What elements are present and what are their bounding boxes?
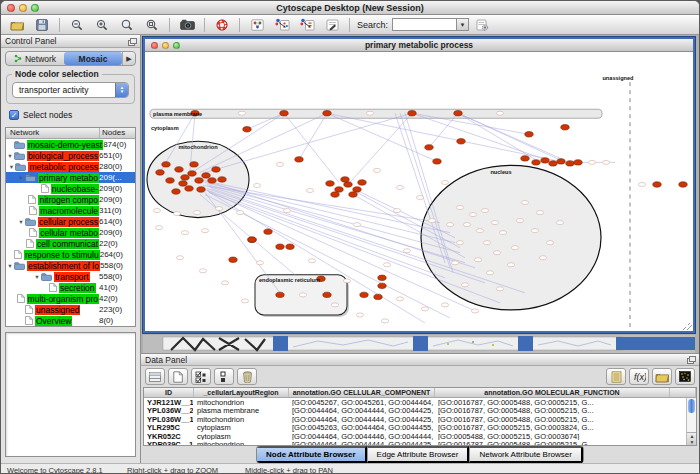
network-node-label[interactable]	[181, 231, 188, 235]
network-node-label[interactable]	[556, 221, 563, 225]
table-cell[interactable]: cytoplasm	[194, 423, 289, 432]
network-node-label[interactable]	[396, 185, 403, 189]
network-node-label[interactable]	[456, 241, 463, 245]
network-node-label[interactable]	[463, 223, 470, 227]
network-node-label[interactable]	[199, 269, 206, 273]
column-header[interactable]: annotation.GO MOLECULAR_FUNCTION	[435, 388, 670, 397]
table-cell[interactable]: [GO:0016787, GO:0005215, GO:0003824, G..…	[435, 423, 670, 432]
scrollbar-thumb[interactable]	[688, 399, 695, 413]
zoom-window-button[interactable]	[31, 4, 39, 12]
annotation-button[interactable]	[320, 16, 344, 34]
zoom-fit-button[interactable]	[115, 16, 139, 34]
birds-eye-view[interactable]	[5, 332, 136, 457]
network-node[interactable]	[566, 161, 574, 166]
select-nodes-checkbox[interactable]: ✓	[9, 110, 19, 120]
network-node-label[interactable]	[511, 246, 518, 250]
network-edge[interactable]	[200, 187, 445, 277]
network-window-title-bar[interactable]: primary metabolic process	[145, 39, 693, 52]
network-node-label[interactable]	[416, 196, 423, 200]
close-button[interactable]	[151, 42, 158, 49]
network-node[interactable]	[172, 189, 180, 194]
network-node-label[interactable]	[176, 256, 183, 260]
network-edge[interactable]	[299, 113, 327, 159]
table-cell[interactable]: [GO:0005488, GO:0005215, GO:0003674]	[435, 432, 670, 441]
search-input[interactable]	[392, 18, 456, 31]
network-node-label[interactable]	[428, 219, 435, 223]
table-cell[interactable]: [GO:0044464, GO:0044446, GO:0044444, G..…	[289, 432, 435, 441]
network-node-label[interactable]	[236, 211, 243, 215]
attribute-grid-button[interactable]	[145, 368, 165, 385]
tree-row[interactable]: ▼biological_process651(0)	[6, 150, 135, 161]
network-overview-button[interactable]	[245, 16, 269, 34]
open-button[interactable]	[5, 16, 29, 34]
network-edge[interactable]	[200, 195, 295, 275]
tree-row[interactable]: nucleobase-209(0)	[6, 183, 135, 194]
app-title-bar[interactable]: Cytoscape Desktop (New Session)	[1, 1, 699, 15]
table-cell[interactable]: YPL036W__1	[144, 415, 194, 424]
tab-mosaic[interactable]: Mosaic	[64, 52, 122, 65]
network-node-label[interactable]	[201, 229, 208, 233]
network-node-label[interactable]	[353, 223, 360, 227]
network-node[interactable]	[179, 181, 187, 186]
tab-node-attribute-browser[interactable]: Node Attribute Browser	[257, 446, 367, 463]
table-cell[interactable]: mitochondrion	[194, 440, 289, 446]
table-cell[interactable]: [GO:0044464, GO:0044444, GO:0044425, G..…	[289, 415, 435, 424]
network-node[interactable]	[374, 294, 382, 299]
network-node-label[interactable]	[393, 209, 400, 213]
network-edge[interactable]	[412, 113, 545, 159]
network-node[interactable]	[248, 237, 256, 242]
network-node-label[interactable]	[173, 212, 180, 216]
background-windows-strip[interactable]	[143, 335, 695, 353]
float-panel-icon[interactable]	[687, 356, 695, 363]
network-node-label[interactable]	[481, 209, 488, 213]
tree-row[interactable]: ▼cellular process614(0)	[6, 216, 135, 227]
network-node[interactable]	[208, 178, 216, 183]
import-attribute-file-button[interactable]	[652, 368, 672, 385]
attribute-table[interactable]: ID_cellularLayoutRegionannotation.GO CEL…	[143, 387, 697, 446]
network-node[interactable]	[195, 178, 203, 183]
network-node-label[interactable]	[306, 188, 313, 192]
network-node[interactable]	[341, 177, 349, 182]
table-cell[interactable]: [GO:0044464, GO:0044444, GO:0044425, G..…	[289, 406, 435, 415]
network-node-label[interactable]	[474, 258, 481, 262]
float-panel-icon[interactable]	[128, 38, 136, 45]
network-node-label[interactable]	[496, 111, 503, 115]
network-node[interactable]	[276, 244, 284, 249]
network-node[interactable]	[525, 132, 533, 137]
tree-row[interactable]: response to stimulu264(0)	[6, 249, 135, 260]
network-node-label[interactable]	[381, 319, 388, 323]
network-node-label[interactable]	[539, 256, 546, 260]
table-cell[interactable]: YPL036W__2	[144, 406, 194, 415]
tree-row[interactable]: ▼metabolic process280(0)	[6, 161, 135, 172]
search-options-button[interactable]	[470, 16, 494, 34]
tree-row[interactable]: cellular metabo209(0)	[6, 227, 135, 238]
network-edge[interactable]	[327, 113, 555, 160]
network-node-label[interactable]	[396, 297, 403, 301]
network-node-label[interactable]	[588, 160, 595, 164]
network-edge[interactable]	[203, 180, 450, 232]
network-node[interactable]	[276, 292, 284, 297]
network-node-label[interactable]	[403, 249, 410, 253]
network-node[interactable]	[425, 145, 433, 150]
network-node[interactable]	[323, 111, 331, 116]
tab-edge-attribute-browser[interactable]: Edge Attribute Browser	[367, 446, 470, 463]
table-cell[interactable]: YKR052C	[144, 432, 194, 441]
attribute-list-button[interactable]	[606, 368, 626, 385]
tree-row[interactable]: macromolecule311(0)	[6, 205, 135, 216]
search-dropdown-button[interactable]: ▼	[456, 18, 469, 31]
network-node[interactable]	[557, 159, 565, 164]
column-header[interactable]: ID	[144, 388, 194, 397]
network-node-label[interactable]	[469, 213, 476, 217]
network-node-label[interactable]	[491, 221, 498, 225]
column-header[interactable]: _cellularLayoutRegion	[194, 388, 289, 397]
table-scrollbar[interactable]: ▲▼	[686, 398, 696, 445]
network-node[interactable]	[360, 292, 368, 297]
table-cell[interactable]: plasma membrane	[194, 406, 289, 415]
table-cell[interactable]: mitochondrion	[194, 415, 289, 424]
network-node-label[interactable]	[446, 223, 453, 227]
network-node[interactable]	[344, 182, 352, 187]
matrix-view-button[interactable]	[675, 368, 695, 385]
network-node-label[interactable]	[238, 111, 245, 115]
network-node[interactable]	[378, 283, 386, 288]
network-node-label[interactable]	[193, 211, 200, 215]
